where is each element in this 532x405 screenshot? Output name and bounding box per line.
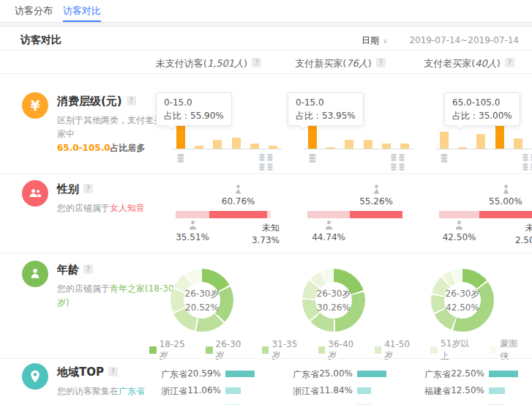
legend-swatch xyxy=(490,346,498,354)
gender-bar[interactable] xyxy=(176,211,271,218)
bar[interactable] xyxy=(232,138,241,149)
region-row[interactable]: 广东省20.59% xyxy=(143,368,274,382)
column-header: 支付新买家(76人) xyxy=(274,57,406,72)
region-bar[interactable] xyxy=(225,371,255,377)
divider xyxy=(0,253,532,253)
gender-bar[interactable] xyxy=(439,211,532,218)
age-icon xyxy=(22,261,48,287)
chart-tooltip: 0-15.0占比：55.90% xyxy=(156,92,232,126)
location-pin-icon xyxy=(22,363,48,390)
consume-chart-cell[interactable]: 65.0-105.0占比：35.00% xyxy=(406,73,532,174)
age-chart-cell[interactable]: 26-30岁30.26% xyxy=(274,254,406,338)
unknown-stat: 未知3.73% xyxy=(236,222,280,247)
help-icon[interactable] xyxy=(252,58,261,67)
donut-center: 26-30岁42.50% xyxy=(444,282,481,319)
region-chart-cell[interactable]: 广东省25.00%浙江省11.84% xyxy=(274,359,406,405)
region-row[interactable]: 广东省25.00% xyxy=(274,368,406,382)
column-header-label: 支付新买家(76人) xyxy=(295,58,372,69)
consume-chart-cell[interactable]: 0-15.0占比：55.90% xyxy=(143,73,274,174)
female-segment[interactable] xyxy=(350,211,402,218)
female-stat: 60.76% xyxy=(213,184,264,207)
date-dropdown[interactable]: 日期 xyxy=(361,35,388,45)
donut-center-label: 26-30岁 xyxy=(446,288,480,300)
bar[interactable] xyxy=(382,144,391,149)
region-bar[interactable] xyxy=(225,387,241,394)
gender-chart-cell[interactable]: 55.26%44.74% xyxy=(274,174,406,253)
bar[interactable] xyxy=(476,134,485,149)
donut-center-value: 30.26% xyxy=(317,302,351,313)
bar[interactable] xyxy=(458,147,467,149)
date-range[interactable]: 2019-07-14~2019-07-14 xyxy=(409,35,519,45)
legend-swatch xyxy=(375,346,382,354)
legend-swatch xyxy=(430,346,438,354)
bar[interactable] xyxy=(195,146,203,149)
region-bar[interactable] xyxy=(357,387,371,394)
female-segment[interactable] xyxy=(209,211,267,218)
tab-visitor-distribution[interactable]: 访客分布 xyxy=(15,0,53,22)
male-segment[interactable] xyxy=(439,211,479,218)
region-row[interactable]: 广东省22.50% xyxy=(406,368,532,382)
female-segment[interactable] xyxy=(479,211,532,218)
region-pct: 11.84% xyxy=(315,385,353,395)
region-pct: 12.50% xyxy=(446,385,484,395)
region-row[interactable] xyxy=(406,402,532,405)
region-bar[interactable] xyxy=(357,371,386,377)
donut-center: 26-30岁30.26% xyxy=(315,282,352,319)
help-icon[interactable] xyxy=(505,58,514,67)
male-stat: 44.74% xyxy=(303,220,354,242)
age-chart-cell[interactable]: 26-30岁20.52% xyxy=(143,254,274,338)
tooltip-range: 65.0-105.0 xyxy=(452,96,512,109)
page-gap xyxy=(0,23,532,27)
male-stat: 35.51% xyxy=(167,220,218,242)
bar[interactable] xyxy=(514,138,522,149)
tab-visitor-compare[interactable]: 访客对比 xyxy=(63,0,101,22)
region-row[interactable]: 浙江省11.84% xyxy=(274,385,406,398)
age-donut-chart[interactable]: 26-30岁20.52% xyxy=(171,269,233,332)
age-donut-chart[interactable]: 26-30岁30.26% xyxy=(302,269,365,332)
male-pct: 35.51% xyxy=(167,232,218,242)
donut-center-label: 26-30岁 xyxy=(185,288,220,300)
help-icon[interactable] xyxy=(108,367,118,376)
male-segment[interactable] xyxy=(176,211,209,218)
bar[interactable] xyxy=(440,132,449,149)
male-stat: 42.50% xyxy=(434,220,485,242)
page-title: 访客对比 xyxy=(20,34,61,47)
age-chart-cell[interactable]: 26-30岁42.50% xyxy=(406,254,532,338)
legend-swatch xyxy=(318,346,326,354)
region-chart-cell[interactable]: 广东省20.59%浙江省11.06% xyxy=(143,359,274,405)
unknown-segment[interactable] xyxy=(267,211,271,218)
region-bar[interactable] xyxy=(489,371,518,377)
female-pct: 55.00% xyxy=(480,196,531,207)
gender-icon xyxy=(22,180,48,207)
unknown-label: 未知 xyxy=(499,222,532,234)
bar[interactable] xyxy=(326,147,335,149)
age-donut-chart[interactable]: 26-30岁42.50% xyxy=(431,269,494,332)
bar[interactable] xyxy=(364,140,372,149)
region-bar[interactable] xyxy=(489,387,505,394)
gender-chart-cell[interactable]: 60.76%35.51%未知3.73% xyxy=(143,174,274,253)
region-row[interactable]: 浙江省11.06% xyxy=(143,385,274,398)
gender-bar[interactable] xyxy=(307,211,402,218)
consume-chart-cell[interactable]: 0-15.0占比：53.95% xyxy=(274,73,406,174)
help-icon[interactable] xyxy=(83,264,93,274)
region-pct: 22.50% xyxy=(446,368,484,379)
bar[interactable] xyxy=(250,144,259,149)
region-title: 地域TOP xyxy=(57,365,118,379)
donut-center-value: 20.52% xyxy=(185,302,219,313)
region-row[interactable] xyxy=(274,402,406,405)
region-chart-cell[interactable]: 广东省22.50%福建省12.50% xyxy=(406,359,532,405)
age-title: 年龄 xyxy=(57,263,93,277)
unknown-pct: 2.50% xyxy=(499,234,532,247)
region-row[interactable] xyxy=(143,402,274,405)
tooltip-value: 占比：35.00% xyxy=(452,109,512,122)
bar[interactable] xyxy=(345,140,353,149)
male-segment[interactable] xyxy=(307,211,350,218)
male-pct: 44.74% xyxy=(303,232,354,242)
help-icon[interactable] xyxy=(376,58,386,67)
help-icon[interactable] xyxy=(83,184,93,193)
region-row[interactable]: 福建省12.50% xyxy=(406,385,532,398)
column-header-label: 未支付访客(1,501人) xyxy=(156,58,247,69)
bar[interactable] xyxy=(213,140,222,149)
help-icon[interactable] xyxy=(127,96,136,105)
gender-chart-cell[interactable]: 55.00%42.50%未知2.50% xyxy=(406,174,532,253)
